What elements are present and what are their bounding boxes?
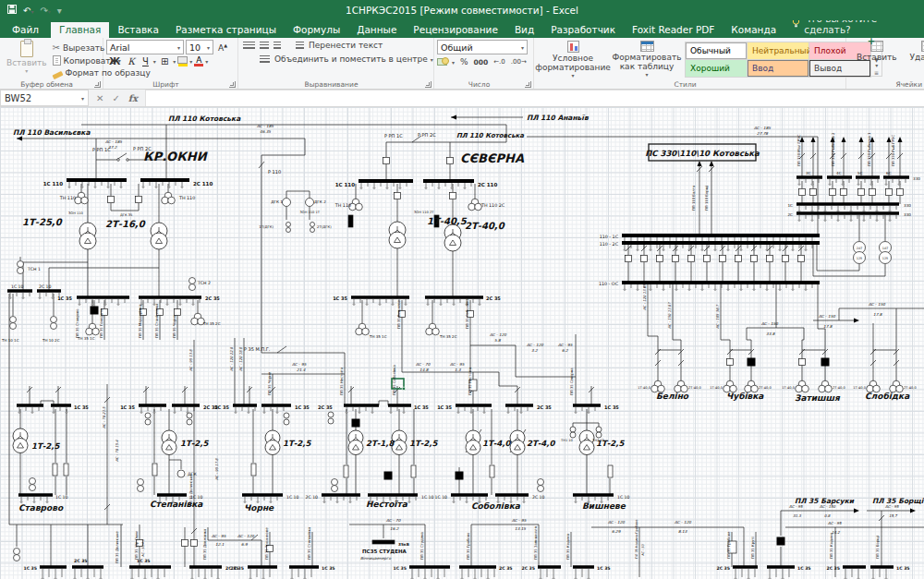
tab-команда[interactable]: Команда: [723, 22, 784, 38]
schematic-label: 2С 35: [537, 404, 552, 410]
name-box[interactable]: BW52▾: [0, 90, 89, 106]
schematic-label: 2С 35: [205, 296, 220, 301]
schematic-label: ПЛ 35 Кодима: [829, 533, 833, 559]
conditional-formatting-icon: [567, 41, 579, 53]
insert-cells-button[interactable]: Вставить▾: [853, 40, 901, 69]
schematic-label: 1Т-4,0: [482, 439, 511, 448]
ribbon: Вставить ▾ ✂Вырезать Копировать ▾ Формат…: [0, 38, 924, 90]
schematic-label: 0.8: [824, 513, 831, 518]
cell-style-хороший[interactable]: Хороший: [686, 60, 747, 77]
schematic-label: ПЛ 110 Васильєвка: [13, 128, 91, 137]
enter-icon[interactable]: ✓: [112, 93, 119, 103]
schematic-label: ПЛ 35 Грабове: [726, 531, 731, 559]
schematic-label: КР.ОКНИ: [143, 150, 209, 163]
schematic-label: АС - 95: [212, 534, 226, 538]
font-family-combo[interactable]: Arial▾: [106, 40, 184, 54]
grow-font-button[interactable]: А▲: [215, 42, 230, 53]
schematic-label: ПЛ 35 Грабово: [466, 532, 470, 560]
cut-label: Вырезать: [63, 43, 104, 53]
schematic-label: 1С 35: [604, 404, 619, 410]
paste-button[interactable]: Вставить ▾: [3, 40, 51, 75]
align-middle-icon[interactable]: [260, 42, 269, 50]
schematic-label: 5.8: [494, 338, 501, 343]
group-font: Arial▾ 10▾ А▲ Ж К Ч▾ ⊞▾ ▾ А▾ Шрифт: [103, 38, 238, 89]
tab-foxit-reader-pdf[interactable]: Foxit Reader PDF: [624, 22, 723, 38]
schematic-label: 1С 35: [333, 296, 347, 301]
fill-color-button[interactable]: [177, 56, 188, 66]
increase-decimal-button[interactable]: ←.0: [491, 58, 508, 66]
conditional-formatting-button[interactable]: Условное форматирование▾: [537, 40, 609, 79]
wrap-text-button[interactable]: Перенести текст: [292, 40, 384, 51]
tab-вставка[interactable]: Вставка: [109, 22, 167, 38]
group-number: Общий▾ ▾ % 000 ←.0 .00→ Число: [434, 38, 534, 89]
schematic-label: 1Т-40,0: [853, 386, 866, 390]
schematic-label: ПЛ 35 Юр.Окни: [134, 531, 139, 560]
font-size-value: 10: [189, 42, 201, 53]
schematic-label: 1С 110: [335, 182, 355, 187]
redo-icon[interactable]: ↷▾: [40, 6, 50, 16]
number-dialog-launcher[interactable]: [525, 81, 531, 88]
borders-button[interactable]: ⊞: [158, 56, 171, 66]
bold-button[interactable]: Ж: [106, 56, 123, 66]
tab-формулы[interactable]: Формулы: [285, 22, 348, 38]
quick-access-toolbar: ↶▾ ↷▾ ▾: [0, 5, 62, 16]
schematic-label: АС - 120: [237, 534, 254, 538]
schematic-label: 1С 35: [120, 404, 135, 410]
sheet-canvas[interactable]: ПЛ 110 ВасильєвкаАС - 18537.2ПЛ 110 Кото…: [0, 107, 924, 579]
tab-разработчик[interactable]: Разработчик: [542, 22, 624, 38]
formula-input[interactable]: [146, 90, 924, 106]
percent-style-button[interactable]: %: [457, 57, 471, 66]
format-as-table-button[interactable]: Форматировать как таблицу▾: [609, 40, 685, 78]
undo-icon[interactable]: ↶▾: [23, 6, 33, 16]
tab-file[interactable]: Файл: [0, 22, 51, 38]
merge-center-button[interactable]: Объединить и поместить в центре▾: [256, 54, 435, 65]
underline-button[interactable]: Ч: [140, 56, 152, 66]
schematic-label: 1С 10: [11, 284, 24, 289]
tab-данные[interactable]: Данные: [348, 22, 405, 38]
insert-function-icon[interactable]: fx: [128, 93, 138, 103]
comma-style-button[interactable]: 000: [471, 58, 492, 66]
save-icon[interactable]: [7, 5, 17, 16]
schematic-label: АС - 95: [292, 362, 307, 367]
accounting-format-icon[interactable]: [437, 58, 447, 66]
schematic-label: 2Т-40,0: [904, 386, 917, 390]
number-format-combo[interactable]: Общий▾: [437, 40, 528, 54]
font-size-combo[interactable]: 10▾: [186, 40, 213, 54]
schematic-label: ТН 110: [334, 203, 351, 208]
cancel-icon[interactable]: ✕: [96, 93, 103, 103]
align-top-icon[interactable]: [243, 42, 255, 50]
tab-главная[interactable]: Главная: [51, 22, 109, 38]
schematic-label: 1С 110: [43, 181, 63, 187]
schematic-label: ПЛ 35 Мардарівка: [138, 305, 142, 338]
schematic-label: 27.78: [757, 131, 768, 136]
clipboard-dialog-launcher[interactable]: [94, 81, 101, 88]
cell-style-нейтральный[interactable]: Нейтральный: [748, 42, 808, 59]
cell-style-ввод[interactable]: Ввод: [748, 60, 808, 77]
schematic-label: Ставрово: [18, 503, 64, 513]
font-color-button[interactable]: А: [194, 56, 203, 66]
decrease-decimal-button[interactable]: .00→: [508, 58, 529, 66]
tab-вид[interactable]: Вид: [506, 22, 542, 38]
customize-qat-icon[interactable]: ▾: [57, 6, 62, 16]
schematic-label: ПЛ 35 Ставрово: [75, 308, 79, 338]
schematic-label: ПЛ 35 Кодима: [565, 534, 570, 560]
tab-рецензирование[interactable]: Рецензирование: [405, 22, 506, 38]
font-dialog-launcher[interactable]: [229, 81, 236, 88]
schematic-label: 2С 35: [486, 296, 501, 301]
schematic-label: АС - 185 36.7: [715, 304, 720, 329]
delete-cells-button[interactable]: Удалить▾: [906, 40, 924, 69]
window-title: 1СНРКЭС2015 [Режим совместимости] - Exce…: [0, 5, 924, 16]
fill-handle[interactable]: [402, 387, 405, 390]
italic-button[interactable]: К: [125, 56, 138, 66]
schematic-label: АС - 185: [257, 124, 274, 128]
alignment-dialog-launcher[interactable]: [425, 81, 432, 88]
schematic-label: ПЛ 35 Довжанка: [202, 529, 207, 560]
align-bottom-icon[interactable]: [274, 42, 281, 50]
schematic-label: 2С 35: [716, 566, 730, 571]
schematic-label: Р 110: [268, 169, 281, 175]
schematic-label: 1Т-2,5: [31, 441, 60, 451]
tab-разметка-страницы[interactable]: Разметка страницы: [167, 22, 285, 38]
cell-style-обычный[interactable]: Обычный: [686, 42, 747, 59]
schematic-label: ПЛ 110 Борщі: [704, 186, 709, 211]
schematic-label: ПЛ 35 Соболівка: [392, 365, 396, 395]
